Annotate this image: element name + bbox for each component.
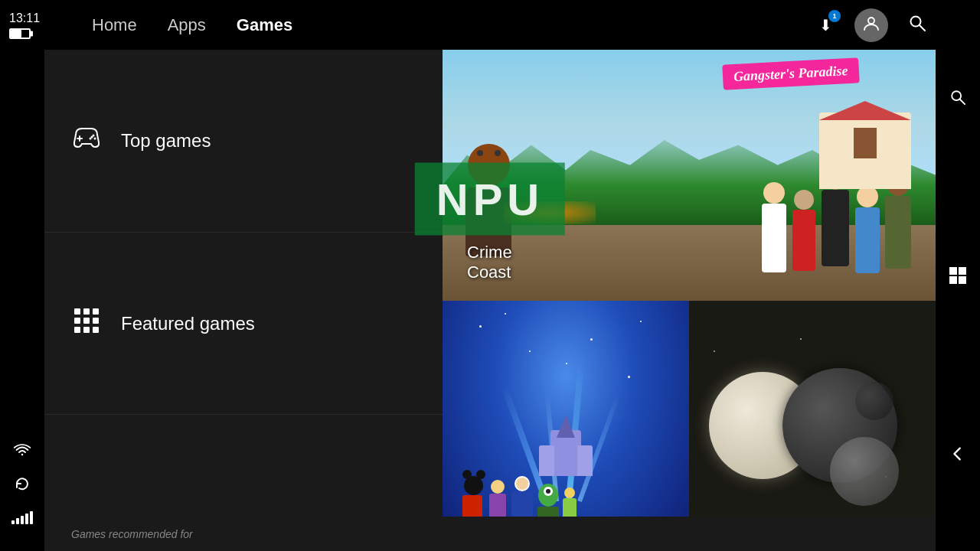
search-button[interactable] xyxy=(900,8,934,42)
search-icon xyxy=(908,14,926,37)
svg-rect-8 xyxy=(959,276,966,284)
svg-rect-6 xyxy=(959,267,966,275)
right-sidebar xyxy=(936,0,980,551)
account-icon xyxy=(863,15,880,36)
svg-rect-23 xyxy=(93,327,99,333)
scroll-hint: Games recommended for xyxy=(44,517,936,551)
svg-rect-18 xyxy=(74,318,80,324)
svg-line-4 xyxy=(960,99,965,103)
account-button[interactable] xyxy=(854,8,888,42)
twins-card[interactable]: Twins Minigame xyxy=(689,301,936,552)
top-nav-actions: ⬇ 1 xyxy=(808,8,934,42)
left-menu: Top games Featured games xyxy=(44,50,443,551)
download-button[interactable]: ⬇ 1 xyxy=(808,8,842,42)
nav-games[interactable]: Games xyxy=(237,11,292,39)
grid-icon xyxy=(71,308,102,338)
svg-rect-20 xyxy=(93,318,99,324)
top-nav: Home Apps Games ⬇ 1 xyxy=(0,0,980,50)
windows-logo-icon[interactable] xyxy=(942,260,973,291)
disney-card[interactable]: Disney Magic Kingdoms xyxy=(443,301,689,552)
sidebar-search-icon[interactable] xyxy=(942,82,973,112)
svg-rect-21 xyxy=(74,327,80,333)
svg-rect-22 xyxy=(83,327,90,333)
scroll-hint-text: Games recommended for xyxy=(71,528,193,540)
top-games-menu-item[interactable]: Top games xyxy=(44,50,443,233)
nav-home[interactable]: Home xyxy=(92,11,137,39)
svg-rect-7 xyxy=(949,276,957,284)
svg-rect-16 xyxy=(83,308,90,315)
left-sidebar xyxy=(0,0,44,551)
featured-games-menu-item[interactable]: Featured games xyxy=(44,233,443,416)
svg-rect-19 xyxy=(83,318,90,324)
gangsters-sign: Gangster's Paradise xyxy=(733,63,848,84)
top-games-label: Top games xyxy=(121,130,211,152)
sync-icon xyxy=(7,468,38,499)
controller-icon xyxy=(71,127,102,154)
nav-apps[interactable]: Apps xyxy=(168,11,206,39)
svg-point-13 xyxy=(93,135,95,137)
signal-icon xyxy=(7,502,38,533)
svg-point-14 xyxy=(90,138,92,140)
main-content: Top games Featured games xyxy=(44,50,936,551)
crime-coast-card[interactable]: Gangster's Paradise Crime Coast xyxy=(443,50,936,301)
svg-point-0 xyxy=(868,18,874,24)
svg-rect-17 xyxy=(93,308,99,315)
back-icon[interactable] xyxy=(942,439,973,469)
crime-coast-title: Crime Coast xyxy=(467,243,512,282)
featured-games-label: Featured games xyxy=(121,313,255,334)
svg-point-12 xyxy=(94,138,96,140)
wifi-icon xyxy=(7,435,38,465)
svg-rect-15 xyxy=(74,308,80,315)
svg-line-2 xyxy=(920,25,925,31)
svg-rect-5 xyxy=(949,267,957,275)
right-panel: Gangster's Paradise Crime Coast xyxy=(443,50,936,551)
download-badge: 1 xyxy=(828,10,841,22)
